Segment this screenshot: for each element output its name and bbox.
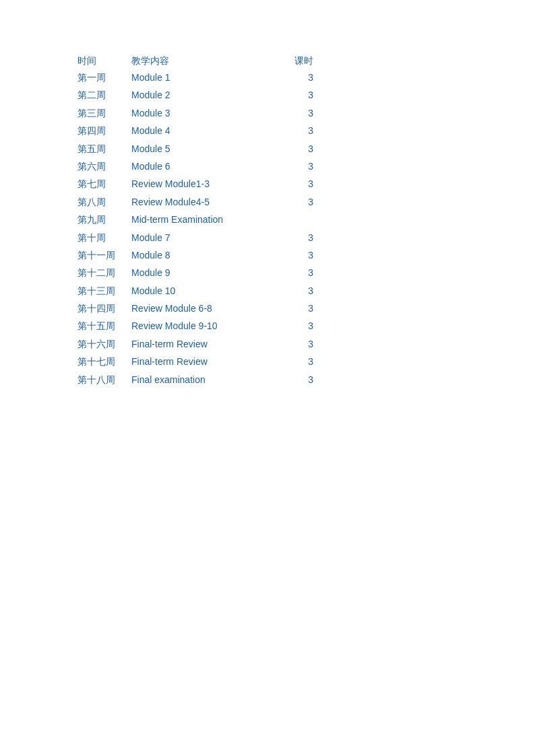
cell-content: Final-term Review — [131, 335, 280, 353]
schedule-table-container: 时间 教学内容 课时 第一周Module 13第二周Module 23第三周Mo… — [0, 0, 535, 388]
cell-week: 第八周 — [77, 193, 131, 211]
cell-week: 第十六周 — [77, 335, 131, 353]
cell-week: 第四周 — [77, 122, 131, 139]
table-row: 第九周Mid-term Examination — [77, 211, 320, 228]
table-header-row: 时间 教学内容 课时 — [77, 54, 320, 69]
cell-hours: 3 — [280, 335, 320, 353]
cell-content: Module 9 — [131, 264, 280, 281]
cell-week: 第九周 — [77, 211, 131, 228]
table-row: 第十七周Final-term Review3 — [77, 353, 320, 370]
table-row: 第八周Review Module4-53 — [77, 193, 320, 211]
cell-content: Module 7 — [131, 229, 280, 246]
table-row: 第五周Module 53 — [77, 140, 320, 158]
cell-week: 第三周 — [77, 104, 131, 122]
cell-week: 第十五周 — [77, 317, 131, 335]
cell-content: Mid-term Examination — [131, 211, 280, 228]
cell-hours: 3 — [280, 193, 320, 211]
table-row: 第十六周Final-term Review3 — [77, 335, 320, 353]
cell-week: 第五周 — [77, 140, 131, 158]
table-row: 第七周Review Module1-33 — [77, 175, 320, 193]
cell-content: Review Module4-5 — [131, 193, 280, 211]
cell-week: 第十八周 — [77, 371, 131, 388]
cell-hours: 3 — [280, 158, 320, 175]
table-row: 第十周Module 73 — [77, 229, 320, 246]
header-time: 时间 — [77, 54, 131, 69]
cell-content: Review Module 9-10 — [131, 317, 280, 335]
cell-week: 第十三周 — [77, 282, 131, 300]
cell-content: Module 6 — [131, 158, 280, 175]
cell-week: 第二周 — [77, 86, 131, 104]
cell-content: Module 4 — [131, 122, 280, 139]
cell-week: 第十一周 — [77, 246, 131, 264]
header-content: 教学内容 — [131, 54, 280, 69]
cell-hours: 3 — [280, 282, 320, 300]
header-hours: 课时 — [280, 54, 320, 69]
cell-hours: 3 — [280, 86, 320, 104]
table-row: 第十四周Review Module 6-83 — [77, 300, 320, 317]
cell-content: Final examination — [131, 371, 280, 388]
cell-hours: 3 — [280, 371, 320, 388]
cell-week: 第七周 — [77, 175, 131, 193]
cell-content: Review Module1-3 — [131, 175, 280, 193]
table-row: 第十二周Module 93 — [77, 264, 320, 281]
cell-content: Module 1 — [131, 69, 280, 86]
table-row: 第十五周Review Module 9-103 — [77, 317, 320, 335]
cell-hours — [280, 211, 320, 228]
cell-week: 第六周 — [77, 158, 131, 175]
cell-week: 第十周 — [77, 229, 131, 246]
table-row: 第三周Module 33 — [77, 104, 320, 122]
table-row: 第十八周Final examination3 — [77, 371, 320, 388]
cell-content: Final-term Review — [131, 353, 280, 370]
cell-content: Module 8 — [131, 246, 280, 264]
cell-content: Module 2 — [131, 86, 280, 104]
table-row: 第六周Module 63 — [77, 158, 320, 175]
cell-week: 第十四周 — [77, 300, 131, 317]
cell-hours: 3 — [280, 175, 320, 193]
cell-hours: 3 — [280, 246, 320, 264]
table-row: 第十一周Module 83 — [77, 246, 320, 264]
cell-hours: 3 — [280, 300, 320, 317]
table-row: 第四周Module 43 — [77, 122, 320, 139]
cell-hours: 3 — [280, 140, 320, 158]
cell-week: 第十七周 — [77, 353, 131, 370]
cell-content: Review Module 6-8 — [131, 300, 280, 317]
cell-hours: 3 — [280, 69, 320, 86]
cell-content: Module 3 — [131, 104, 280, 122]
cell-content: Module 5 — [131, 140, 280, 158]
cell-hours: 3 — [280, 317, 320, 335]
cell-hours: 3 — [280, 104, 320, 122]
table-row: 第十三周Module 103 — [77, 282, 320, 300]
table-row: 第二周Module 23 — [77, 86, 320, 104]
cell-hours: 3 — [280, 264, 320, 281]
cell-hours: 3 — [280, 122, 320, 139]
cell-week: 第一周 — [77, 69, 131, 86]
cell-hours: 3 — [280, 353, 320, 370]
cell-week: 第十二周 — [77, 264, 131, 281]
schedule-table: 时间 教学内容 课时 第一周Module 13第二周Module 23第三周Mo… — [77, 54, 320, 388]
cell-hours: 3 — [280, 229, 320, 246]
table-row: 第一周Module 13 — [77, 69, 320, 86]
cell-content: Module 10 — [131, 282, 280, 300]
